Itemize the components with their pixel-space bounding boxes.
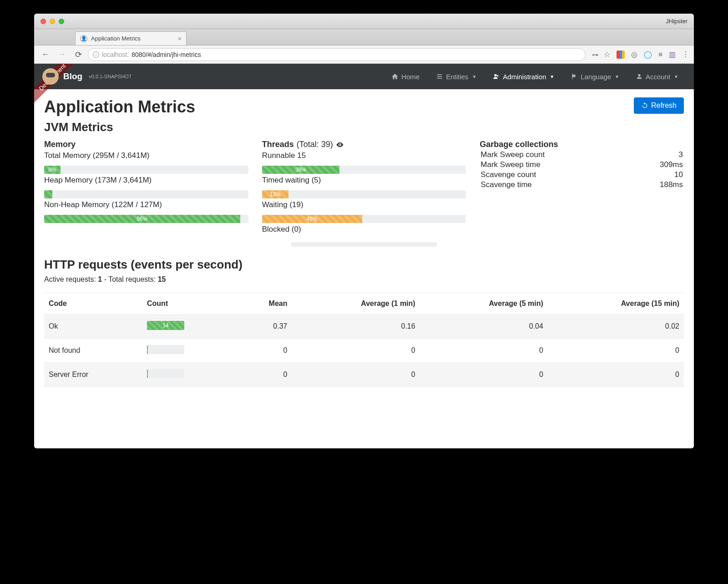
blocked-label: Blocked (0) xyxy=(262,225,466,234)
minimize-window-icon[interactable] xyxy=(50,19,55,24)
cell-count xyxy=(142,363,236,387)
url-input[interactable]: i localhost:8080/#/admin/jhi-metrics xyxy=(88,48,586,61)
refresh-icon xyxy=(641,102,648,109)
page-header: Application Metrics Refresh xyxy=(44,97,684,117)
total-requests-label: Total requests: xyxy=(108,275,156,283)
os-window-title: JHipster xyxy=(666,18,688,25)
addressbar-icons: ⊶ ☆ ◎ ◯ ≡ ▥ ⋮ xyxy=(592,50,689,59)
extension-icon-1[interactable] xyxy=(617,51,625,59)
refresh-label: Refresh xyxy=(651,102,677,110)
chevron-down-icon: ▼ xyxy=(674,74,678,79)
nav-account-label: Account xyxy=(646,73,670,81)
key-icon[interactable]: ⊶ xyxy=(592,51,597,58)
brand[interactable]: Blog v0.0.1-SNAPSHOT xyxy=(42,68,131,85)
flag-icon xyxy=(571,73,578,80)
gc-column: Garbage collections Mark Sweep count3 Ma… xyxy=(480,140,684,247)
nav-language[interactable]: Language ▼ xyxy=(563,69,627,84)
url-path: 8080/#/admin/jhi-metrics xyxy=(131,51,201,58)
tab-title: Application Metrics xyxy=(91,35,141,42)
runnable-label: Runnable 15 xyxy=(262,151,466,160)
cell-avg5: 0.04 xyxy=(420,315,548,339)
nonheap-memory-progress: 96% xyxy=(44,215,248,223)
page-content: Development Blog v0.0.1-SNAPSHOT Home En… xyxy=(34,64,694,448)
extension-icon-4[interactable]: ≡ xyxy=(658,51,662,59)
gc-value: 3 xyxy=(629,150,683,159)
gc-label: Scavenge time xyxy=(480,180,628,189)
window-controls xyxy=(40,19,64,24)
chevron-down-icon: ▼ xyxy=(472,74,476,79)
cell-code: Server Error xyxy=(44,363,142,387)
timed-waiting-bar: 13% xyxy=(262,190,288,198)
cell-avg15: 0.02 xyxy=(548,315,684,339)
reload-button[interactable]: ⟳ xyxy=(71,48,85,61)
site-info-icon[interactable]: i xyxy=(93,51,99,58)
chevron-down-icon: ▼ xyxy=(550,74,554,79)
count-bar xyxy=(147,369,148,378)
browser-window: JHipster 👤 Application Metrics × ← → ⟳ i… xyxy=(34,14,694,448)
col-avg1: Average (1 min) xyxy=(292,293,420,315)
cell-avg1: 0.16 xyxy=(292,315,420,339)
waiting-label: Waiting (19) xyxy=(262,200,466,209)
total-memory-progress: 8% xyxy=(44,166,248,174)
gc-label: Scavenge count xyxy=(480,170,628,179)
nav-entities[interactable]: Entities ▼ xyxy=(429,69,484,84)
back-button[interactable]: ← xyxy=(39,48,52,61)
page-body: Application Metrics Refresh JVM Metrics … xyxy=(34,89,694,395)
eye-icon[interactable] xyxy=(336,141,344,149)
gc-table: Mark Sweep count3 Mark Sweep time309ms S… xyxy=(480,149,684,190)
cell-avg1: 0 xyxy=(292,339,420,363)
titlebar: JHipster xyxy=(34,14,694,29)
extension-icon-5[interactable]: ▥ xyxy=(669,50,676,59)
runnable-bar: 38% xyxy=(262,166,339,174)
extension-icon-2[interactable]: ◎ xyxy=(631,50,637,59)
bookmark-star-icon[interactable]: ☆ xyxy=(604,50,610,59)
table-row: Not found 0 0 0 0 xyxy=(44,339,684,363)
http-separator: - xyxy=(104,275,108,283)
gc-value: 309ms xyxy=(629,160,683,169)
gc-label: Mark Sweep time xyxy=(480,160,628,169)
maximize-window-icon[interactable] xyxy=(59,19,64,24)
col-mean: Mean xyxy=(236,293,292,315)
nav-home[interactable]: Home xyxy=(384,69,427,84)
table-row: Server Error 0 0 0 0 xyxy=(44,363,684,387)
jvm-section-title: JVM Metrics xyxy=(44,120,684,134)
waiting-bar: 49% xyxy=(262,215,362,223)
nav-administration[interactable]: Administration ▼ xyxy=(485,69,561,84)
col-avg5: Average (5 min) xyxy=(420,293,548,315)
browser-tab[interactable]: 👤 Application Metrics × xyxy=(75,31,187,45)
close-window-icon[interactable] xyxy=(40,19,46,24)
http-subtitle: Active requests: 1 - Total requests: 15 xyxy=(44,275,684,284)
blocked-progress xyxy=(291,242,437,247)
http-section: HTTP requests (events per second) Active… xyxy=(44,258,684,387)
browser-menu-icon[interactable]: ⋮ xyxy=(682,50,689,59)
cell-avg5: 0 xyxy=(420,363,548,387)
brand-avatar-icon xyxy=(42,68,59,85)
memory-heading: Memory xyxy=(44,140,248,149)
count-bar: 14 xyxy=(147,321,184,330)
memory-column: Memory Total Memory (295M / 3,641M) 8% H… xyxy=(44,140,248,247)
nav-account[interactable]: Account ▼ xyxy=(628,69,686,84)
cell-count xyxy=(142,339,236,363)
threads-total: (Total: 39) xyxy=(297,140,333,149)
waiting-progress: 49% xyxy=(262,215,466,223)
http-tbody: Ok 14 0.37 0.16 0.04 0.02 Not found 0 0 xyxy=(44,315,684,387)
forward-button[interactable]: → xyxy=(55,48,69,61)
list-icon xyxy=(436,73,443,80)
threads-column: Threads (Total: 39) Runnable 15 38% Time… xyxy=(262,140,466,247)
active-requests-label: Active requests: xyxy=(44,275,96,283)
page-title: Application Metrics xyxy=(44,97,195,117)
home-icon xyxy=(391,73,399,80)
nav-links: Home Entities ▼ Administration ▼ Languag… xyxy=(384,69,686,84)
refresh-button[interactable]: Refresh xyxy=(634,97,684,114)
heap-memory-bar xyxy=(44,190,52,198)
extension-icon-3[interactable]: ◯ xyxy=(644,50,652,59)
nonheap-memory-label: Non-Heap Memory (122M / 127M) xyxy=(44,200,248,209)
cell-avg15: 0 xyxy=(548,339,684,363)
cell-avg1: 0 xyxy=(292,363,420,387)
cell-mean: 0.37 xyxy=(236,315,292,339)
http-table: Code Count Mean Average (1 min) Average … xyxy=(44,293,684,387)
url-host: localhost: xyxy=(102,51,129,58)
http-header-row: Code Count Mean Average (1 min) Average … xyxy=(44,293,684,315)
tab-close-icon[interactable]: × xyxy=(178,35,182,42)
table-row: Ok 14 0.37 0.16 0.04 0.02 xyxy=(44,315,684,339)
